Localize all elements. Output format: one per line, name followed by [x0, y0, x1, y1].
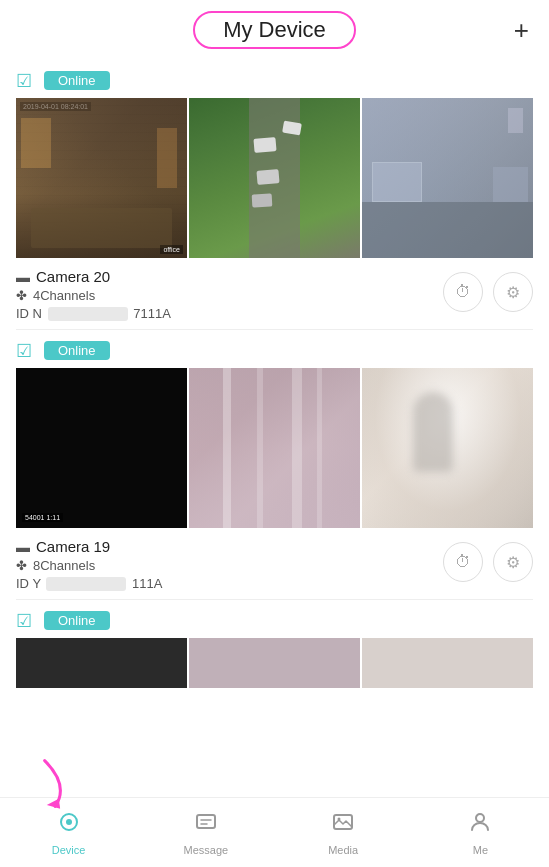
camera-grid-1: 2019-04-01 08:24:01 office: [16, 98, 533, 258]
status-badge-2: Online: [44, 341, 110, 360]
monitor-icon-2: ▬: [16, 539, 30, 555]
device-name-1: ▬ Camera 20: [16, 268, 443, 285]
status-badge-3: Online: [44, 611, 110, 630]
add-device-button[interactable]: +: [514, 17, 529, 43]
device-id-2: ID Y 111A: [16, 576, 443, 591]
camera-thumb-1[interactable]: 2019-04-01 08:24:01 office: [16, 98, 187, 258]
bottom-nav: Device Message Media Me: [0, 797, 549, 867]
nav-label-message: Message: [184, 844, 229, 856]
me-nav-icon: [468, 810, 492, 840]
channels-icon-2: ✤: [16, 558, 27, 573]
device-nav-icon: [57, 810, 81, 840]
device-card-1: ☑ Online 2019-04-01 08:24:01 office: [0, 60, 549, 329]
nav-item-media[interactable]: Media: [275, 798, 412, 867]
device-name-2: ▬ Camera 19: [16, 538, 443, 555]
partial-cam-2[interactable]: [189, 638, 360, 688]
partial-cam-1[interactable]: [16, 638, 187, 688]
svg-point-2: [66, 819, 72, 825]
camera-thumb-3[interactable]: [362, 98, 533, 258]
status-checkbox-3[interactable]: ☑: [16, 610, 36, 630]
history-icon-1: ⏱: [455, 283, 471, 301]
media-nav-icon: [331, 810, 355, 840]
channels-icon-1: ✤: [16, 288, 27, 303]
status-row-3: ☑ Online: [16, 610, 533, 630]
device-info-1: ▬ Camera 20 ✤ 4Channels ID N 7111A ⏱: [16, 268, 533, 329]
status-checkbox-1[interactable]: ☑: [16, 70, 36, 90]
device-card-2: ☑ Online 54001 1:11: [0, 330, 549, 599]
history-icon-2: ⏱: [455, 553, 471, 571]
cam4-overlay: 54001 1:11: [22, 513, 63, 522]
camera-thumb-5[interactable]: [189, 368, 360, 528]
device-info-2: ▬ Camera 19 ✤ 8Channels ID Y 111A ⏱: [16, 538, 533, 599]
partial-cam-3[interactable]: [362, 638, 533, 688]
device-details-1: ▬ Camera 20 ✤ 4Channels ID N 7111A: [16, 268, 443, 321]
camera-thumb-2[interactable]: [189, 98, 360, 258]
settings-button-1[interactable]: ⚙: [493, 272, 533, 312]
device-channels-2: ✤ 8Channels: [16, 558, 443, 573]
device-channels-1: ✤ 4Channels: [16, 288, 443, 303]
status-row-1: ☑ Online: [16, 70, 533, 90]
status-badge-1: Online: [44, 71, 110, 90]
header: My Device +: [0, 0, 549, 60]
message-nav-icon: [194, 810, 218, 840]
status-checkbox-2[interactable]: ☑: [16, 340, 36, 360]
id-blurred-2: [46, 577, 126, 591]
device-actions-2: ⏱ ⚙: [443, 538, 533, 582]
camera-thumb-4[interactable]: 54001 1:11: [16, 368, 187, 528]
settings-icon-2: ⚙: [506, 553, 520, 572]
svg-point-6: [476, 814, 484, 822]
device-details-2: ▬ Camera 19 ✤ 8Channels ID Y 111A: [16, 538, 443, 591]
nav-label-device: Device: [52, 844, 86, 856]
page-title: My Device: [193, 11, 356, 49]
history-button-1[interactable]: ⏱: [443, 272, 483, 312]
settings-icon-1: ⚙: [506, 283, 520, 302]
nav-item-device[interactable]: Device: [0, 798, 137, 867]
blur-overlay-5: [189, 368, 360, 528]
device-actions-1: ⏱ ⚙: [443, 268, 533, 312]
device-id-1: ID N 7111A: [16, 306, 443, 321]
camera-grid-2: 54001 1:11: [16, 368, 533, 528]
nav-item-message[interactable]: Message: [137, 798, 274, 867]
device-card-3: ☑ Online: [0, 600, 549, 688]
status-row-2: ☑ Online: [16, 340, 533, 360]
device-list: ☑ Online 2019-04-01 08:24:01 office: [0, 60, 549, 797]
history-button-2[interactable]: ⏱: [443, 542, 483, 582]
partial-camera-grid: [16, 638, 533, 688]
id-blurred-1: [48, 307, 128, 321]
nav-item-me[interactable]: Me: [412, 798, 549, 867]
settings-button-2[interactable]: ⚙: [493, 542, 533, 582]
camera-thumb-6[interactable]: [362, 368, 533, 528]
nav-label-me: Me: [473, 844, 488, 856]
monitor-icon-1: ▬: [16, 269, 30, 285]
svg-point-5: [338, 817, 341, 820]
cam1-label: office: [160, 245, 183, 254]
svg-rect-3: [197, 815, 215, 828]
nav-label-media: Media: [328, 844, 358, 856]
